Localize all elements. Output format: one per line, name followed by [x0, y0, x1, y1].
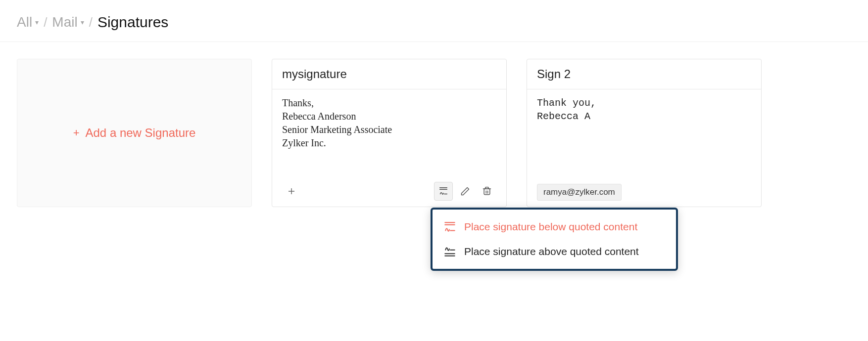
breadcrumb-label: Mail — [52, 14, 77, 30]
breadcrumb-mail[interactable]: Mail ▾ — [52, 14, 84, 30]
chevron-down-icon: ▾ — [81, 18, 84, 26]
signature-card: mysignature Thanks, Rebecca Anderson Sen… — [272, 59, 507, 207]
svg-rect-5 — [484, 189, 490, 195]
add-association-button[interactable] — [282, 182, 301, 201]
placement-below-option[interactable]: Place signature below quoted content — [433, 214, 676, 239]
add-signature-card[interactable]: + Add a new Signature — [17, 59, 252, 207]
breadcrumb: All ▾ / Mail ▾ / Signatures — [0, 0, 868, 42]
breadcrumb-separator: / — [89, 15, 93, 30]
edit-button[interactable] — [456, 182, 475, 201]
breadcrumb-label: All — [17, 14, 32, 30]
signature-body: Thank you, Rebecca A — [527, 89, 761, 173]
add-signature-label: Add a new Signature — [86, 126, 196, 140]
breadcrumb-all[interactable]: All ▾ — [17, 14, 39, 30]
option-label: Place signature below quoted content — [464, 221, 637, 233]
signature-body: Thanks, Rebecca Anderson Senior Marketin… — [272, 89, 506, 173]
breadcrumb-separator: / — [44, 15, 47, 30]
signature-name: mysignature — [272, 59, 506, 89]
placement-button[interactable] — [434, 182, 453, 201]
signature-cards: + Add a new Signature mysignature Thanks… — [0, 42, 868, 224]
page-title: Signatures — [97, 14, 168, 31]
signature-footer: ramya@zylker.com — [527, 179, 761, 207]
signature-footer — [272, 177, 506, 207]
email-chip[interactable]: ramya@zylker.com — [537, 184, 622, 201]
placement-above-option[interactable]: Place signature above quoted content — [433, 239, 676, 264]
delete-button[interactable] — [478, 182, 496, 201]
option-label: Place signature above quoted content — [464, 246, 639, 257]
signature-card: Sign 2 Thank you, Rebecca A ramya@zylker… — [527, 59, 762, 207]
signature-name: Sign 2 — [527, 59, 761, 89]
plus-icon: + — [73, 127, 80, 139]
chevron-down-icon: ▾ — [35, 18, 39, 26]
placement-dropdown: Place signature below quoted content Pla… — [431, 208, 678, 271]
